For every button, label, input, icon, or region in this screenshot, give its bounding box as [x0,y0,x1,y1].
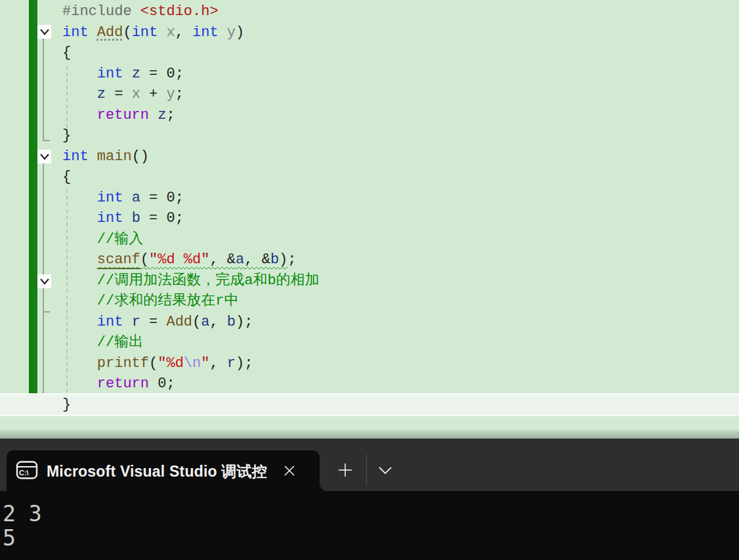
code-token: y [219,24,236,41]
code-token: scanf [97,251,140,269]
code-token: int [97,66,123,82]
code-token [123,66,131,82]
plus-icon [337,462,353,478]
code-token: //输入 [97,231,143,248]
code-token: { [62,45,71,61]
code-token: a [132,190,140,206]
code-line[interactable]: return 0; [0,374,739,395]
code-token: 0 [166,66,175,82]
code-token: z [132,66,140,82]
code-token: ); [236,355,253,372]
fold-chevron-main-function[interactable] [37,150,51,163]
code-token: b [270,251,279,268]
code-token: = [140,66,167,82]
code-token: printf [97,355,149,372]
code-token: 0 [158,376,166,392]
code-token: return [97,376,149,392]
new-tab-button[interactable] [336,461,354,479]
code-token [62,86,97,102]
code-token [62,314,97,330]
code-token: , & [209,251,236,268]
cmd-terminal-icon: C:\ [16,459,38,481]
terminal-tab[interactable]: C:\ Microsoft Visual Studio 调试控 [7,450,320,491]
code-token: " [201,251,209,268]
code-token: , [209,355,226,372]
code-token: ( [123,24,131,41]
code-line[interactable]: //输入 [0,229,739,250]
code-token: , [209,314,226,330]
code-line[interactable]: int z = 0; [0,64,739,85]
terminal-output: 2 35 [0,491,739,550]
code-token: + [140,86,167,102]
error-squiggle: scanf("%d %d", &a, &b) [97,251,287,269]
code-token: b [132,210,140,226]
code-token [62,190,97,206]
code-line[interactable]: //输出 [0,332,739,353]
code-token: Add [166,314,192,330]
code-line[interactable]: { [0,43,739,64]
terminal-output-area[interactable]: 2 35 [0,491,739,560]
code-line[interactable]: } [0,125,739,146]
code-token: z [97,86,106,102]
code-lines: #include <stdio.h>int Add(int x, int y){… [0,1,739,415]
code-token [62,231,97,248]
code-line[interactable]: printf("%d\n", r); [0,353,739,374]
code-line[interactable]: int a = 0; [0,188,739,209]
code-token [149,376,158,392]
code-token [123,190,131,206]
code-editor[interactable]: #include <stdio.h>int Add(int x, int y){… [0,0,739,430]
code-line[interactable]: //调用加法函数，完成a和b的相加 [0,270,739,291]
code-token [89,24,97,41]
chevron-down-icon [39,28,50,36]
code-line[interactable]: z = x + y; [0,84,739,105]
terminal-output-line: 2 3 [3,502,739,526]
code-token: z [158,107,166,123]
code-token [62,355,97,372]
code-token: } [62,397,71,413]
code-token: #include [62,3,140,20]
fold-chevron-add-function[interactable] [37,25,51,39]
code-line[interactable]: int main() [0,146,739,167]
code-token [62,293,97,309]
chevron-down-icon [39,153,50,161]
code-token: main [97,148,132,165]
code-token: , & [244,251,270,268]
code-token: = [140,190,167,206]
tab-close-button[interactable] [281,462,298,479]
code-token: , [175,24,192,41]
code-token: b [227,314,236,330]
code-token: int [97,210,123,226]
code-token: %d [166,355,183,372]
code-token: ; [175,66,184,82]
code-line[interactable]: int b = 0; [0,208,739,229]
code-token: //调用加法函数，完成a和b的相加 [97,272,320,289]
code-token [62,107,97,123]
terminal-output-line: 5 [3,526,739,550]
code-line[interactable]: { [0,167,739,188]
code-token: %d [158,251,175,268]
tabbar-separator [366,454,367,486]
code-line[interactable]: scanf("%d %d", &a, &b); [0,249,739,270]
code-token: ; [175,86,184,102]
code-token: x [132,86,140,102]
chevron-down-icon [377,465,393,475]
code-token: <stdio.h> [140,3,219,20]
code-line[interactable]: int Add(int x, int y) [0,22,739,43]
code-line[interactable]: return z; [0,105,739,126]
code-token: ( [140,251,149,268]
code-line[interactable]: #include <stdio.h> [0,1,739,22]
code-line[interactable]: //求和的结果放在r中 [0,291,739,312]
code-token [89,148,97,165]
code-token: " [201,355,209,372]
code-line[interactable]: } [0,395,739,416]
code-token: %d [184,251,201,268]
code-token: x [158,24,175,41]
code-token: 0 [166,190,175,206]
code-line[interactable]: int r = Add(a, b); [0,312,739,333]
code-token [62,376,97,392]
svg-text:C:\: C:\ [19,469,29,477]
fold-chevron-comment-block[interactable] [37,274,51,288]
tab-dropdown-button[interactable] [375,462,395,478]
code-token: = [140,210,167,226]
close-icon [283,464,296,477]
